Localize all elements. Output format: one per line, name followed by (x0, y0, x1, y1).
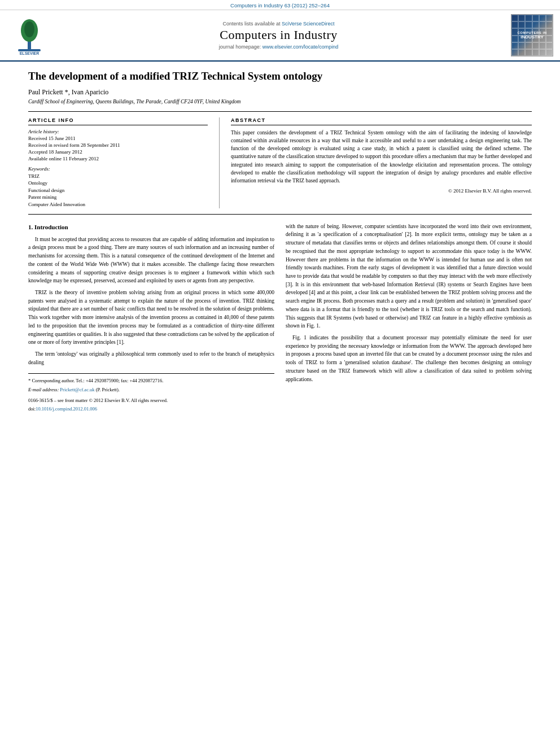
journal-logo-image: COMPUTERS IN INDUSTRY (511, 14, 553, 56)
top-bar: Computers in Industry 63 (2012) 252–264 (0, 0, 560, 10)
col-right-para-1: with the nature of being. However, compu… (286, 222, 532, 330)
footnote-2: E-mail address: Prickett@cf.ac.uk (P. Pr… (28, 386, 274, 394)
abstract-section: ABSTRACT This paper considers the develo… (220, 117, 532, 208)
copyright-line: © 2012 Elsevier B.V. All rights reserved… (231, 188, 532, 194)
keyword-3: Functional design (28, 187, 208, 194)
footnote-3: 0166-3615/$ – see front matter © 2012 El… (28, 397, 274, 404)
email-link[interactable]: Prickett@cf.ac.uk (60, 387, 94, 392)
footnote-area: * Corresponding author. Tel.: +44 292087… (28, 373, 274, 413)
svg-point-2 (24, 21, 34, 37)
abstract-text: This paper considers the development of … (231, 129, 532, 185)
journal-reference[interactable]: Computers in Industry 63 (2012) 252–264 (230, 2, 330, 8)
history-label: Article history: (28, 129, 208, 134)
footnote-doi: doi:10.1016/j.compind.2012.01.006 (28, 405, 274, 413)
received-date: Received 15 June 2011 (28, 136, 208, 141)
section1-heading: 1. Introduction (28, 222, 274, 232)
affiliation: Cardiff School of Engineering, Queens Bu… (28, 99, 532, 104)
col-right-para-2: Fig. 1 indicates the possibility that a … (286, 334, 532, 383)
journal-homepage: journal homepage: www.elsevier.com/locat… (52, 44, 505, 50)
keyword-5: Computer Aided Innovation (28, 201, 208, 208)
keyword-4: Patent mining (28, 194, 208, 201)
footnote-1: * Corresponding author. Tel.: +44 292087… (28, 377, 274, 385)
article-title: The development of a modified TRIZ Techn… (28, 69, 532, 84)
col-right: with the nature of being. However, compu… (286, 222, 532, 414)
logo-text-main: INDUSTRY (520, 34, 544, 40)
sciverse-line: Contents lists available at SciVerse Sci… (52, 21, 505, 27)
authors-text: Paul Prickett *, Ivan Aparicio (28, 88, 108, 96)
doi-link[interactable]: 10.1016/j.compind.2012.01.006 (36, 406, 97, 412)
journal-logo-box: COMPUTERS IN INDUSTRY (505, 14, 553, 56)
col-left: 1. Introduction It must be accepted that… (28, 222, 274, 414)
keywords-label: Keywords: (28, 166, 208, 172)
article-info-label: ARTICLE INFO (28, 117, 208, 125)
journal-header: ELSEVIER Contents lists available at Sci… (0, 10, 560, 62)
elsevier-logo: ELSEVIER (7, 14, 52, 57)
header-center: Contents lists available at SciVerse Sci… (52, 21, 505, 50)
abstract-label: ABSTRACT (231, 117, 532, 125)
main-content: The development of a modified TRIZ Techn… (0, 62, 560, 427)
available-date: Available online 11 February 2012 (28, 156, 208, 161)
svg-text:ELSEVIER: ELSEVIER (20, 51, 40, 55)
col-left-para-2: TRIZ is the theory of inventive problem … (28, 289, 274, 347)
info-section: ARTICLE INFO Article history: Received 1… (28, 111, 532, 215)
col-left-para-1: It must be accepted that providing acces… (28, 235, 274, 285)
col-left-para-3: The term 'ontology' was originally a phi… (28, 350, 274, 366)
keyword-2: Ontology (28, 180, 208, 187)
homepage-link[interactable]: www.elsevier.com/locate/compind (262, 44, 339, 50)
body-columns: 1. Introduction It must be accepted that… (28, 222, 532, 414)
sciverse-link[interactable]: SciVerse ScienceDirect (282, 21, 335, 27)
received-revised-date: Received in revised form 28 September 20… (28, 142, 208, 148)
journal-title: Computers in Industry (52, 28, 505, 42)
article-info: ARTICLE INFO Article history: Received 1… (28, 117, 220, 208)
authors-line: Paul Prickett *, Ivan Aparicio (28, 88, 532, 97)
accepted-date: Accepted 18 January 2012 (28, 149, 208, 155)
keyword-1: TRIZ (28, 173, 208, 180)
